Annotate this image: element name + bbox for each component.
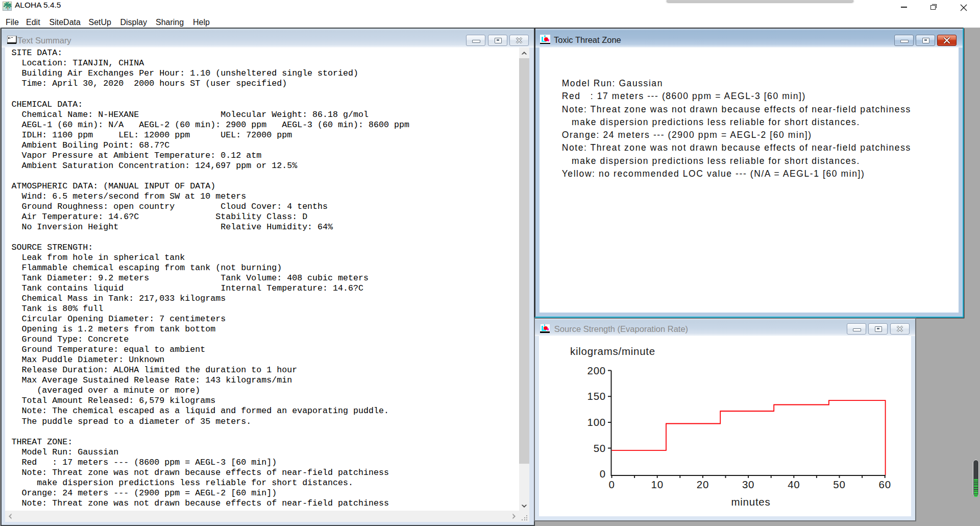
svg-text:minutes: minutes (731, 496, 771, 508)
svg-text:10: 10 (651, 479, 664, 490)
svg-text:30: 30 (742, 479, 754, 490)
svg-text:200: 200 (587, 365, 606, 376)
svg-text:40: 40 (788, 479, 800, 490)
svg-text:0: 0 (600, 468, 606, 480)
svg-text:60: 60 (879, 479, 891, 490)
svg-text:100: 100 (587, 416, 606, 428)
svg-text:0: 0 (609, 479, 615, 490)
svg-text:150: 150 (587, 390, 606, 402)
svg-text:20: 20 (697, 479, 709, 490)
svg-text:50: 50 (594, 442, 606, 454)
svg-text:kilograms/minute: kilograms/minute (570, 345, 655, 357)
svg-text:50: 50 (834, 479, 846, 490)
